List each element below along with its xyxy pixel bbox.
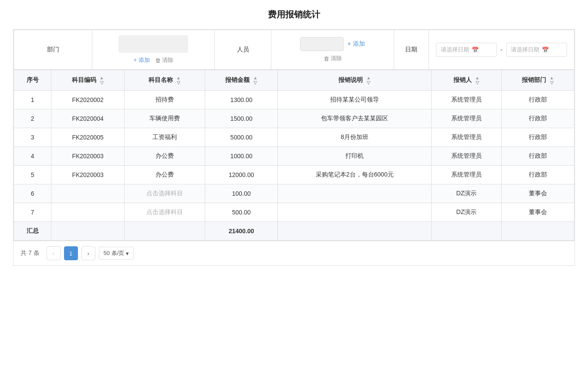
- table-row: 4FK2020003办公费1000.00打印机系统管理员行政部: [14, 147, 574, 166]
- cell-3-5: 系统管理员: [432, 147, 502, 166]
- chevron-down-icon: ▾: [126, 250, 129, 257]
- cell-0-4: 招待某某公司领导: [278, 91, 432, 109]
- calendar-icon-start: 📅: [472, 47, 479, 53]
- table-row: 2FK2020004车辆使用费1500.00包车带领客户去某某园区系统管理员行政…: [14, 109, 574, 128]
- cell-5-2: 点击选择科目: [124, 184, 205, 203]
- cell-1-5: 系统管理员: [432, 109, 502, 128]
- next-page-button[interactable]: ›: [81, 246, 95, 260]
- table-header-row: 序号 科目编码 ▲▽ 科目名称 ▲▽: [14, 70, 574, 91]
- page-size-select[interactable]: 50 条/页 ▾: [99, 247, 134, 260]
- cell-0-5: 系统管理员: [432, 91, 502, 109]
- person-clear-button[interactable]: 🗑 清除: [324, 54, 342, 62]
- date-end-placeholder: 请选择日期: [511, 46, 539, 54]
- cell-2-0: 3: [14, 128, 51, 147]
- cell-3-3: 1000.00: [205, 147, 278, 166]
- footer-desc: [278, 222, 432, 241]
- date-label-cell: 日期: [394, 30, 429, 69]
- cell-3-6: 行政部: [501, 147, 574, 166]
- sort-icon-name[interactable]: ▲▽: [176, 75, 181, 85]
- date-start-input[interactable]: 请选择日期 📅: [436, 43, 497, 57]
- date-separator: -: [500, 46, 503, 54]
- cell-6-0: 7: [14, 203, 51, 222]
- cell-4-4: 采购笔记本2台，每台6000元: [278, 166, 432, 184]
- cell-5-5: DZ演示: [432, 184, 502, 203]
- dept-add-button[interactable]: + 添加: [134, 56, 150, 64]
- th-amount: 报销金额 ▲▽: [205, 70, 278, 91]
- cell-4-6: 行政部: [501, 166, 574, 184]
- sort-icon-dept[interactable]: ▲▽: [550, 75, 554, 85]
- cell-4-1: FK2020003: [51, 166, 124, 184]
- person-input-box[interactable]: [300, 37, 344, 51]
- cell-0-1: FK2020002: [51, 91, 124, 109]
- cell-1-6: 行政部: [501, 109, 574, 128]
- footer-person: [432, 222, 502, 241]
- table-row: 6点击选择科目100.00DZ演示董事会: [14, 184, 574, 203]
- cell-0-0: 1: [14, 91, 51, 109]
- th-code: 科目编码 ▲▽: [51, 70, 124, 91]
- cell-5-4: [278, 184, 432, 203]
- sort-icon-amount[interactable]: ▲▽: [253, 75, 257, 85]
- cell-4-0: 5: [14, 166, 51, 184]
- table-row: 7点击选择科目500.00DZ演示董事会: [14, 203, 574, 222]
- date-start-placeholder: 请选择日期: [441, 46, 469, 54]
- trash-icon-person: 🗑: [324, 55, 329, 62]
- cell-1-1: FK2020004: [51, 109, 124, 128]
- prev-page-button[interactable]: ‹: [47, 246, 61, 260]
- table-footer: 汇总 21400.00: [14, 222, 574, 241]
- cell-1-0: 2: [14, 109, 51, 128]
- data-table: 序号 科目编码 ▲▽ 科目名称 ▲▽: [14, 70, 574, 241]
- sort-icon-desc[interactable]: ▲▽: [366, 75, 371, 85]
- page-1-button[interactable]: 1: [64, 246, 78, 260]
- cell-5-0: 6: [14, 184, 51, 203]
- sort-icon-code[interactable]: ▲▽: [100, 75, 104, 85]
- person-add-button[interactable]: + 添加: [347, 40, 365, 48]
- pagination-bar: 共 7 条 ‹ 1 › 50 条/页 ▾: [13, 241, 575, 266]
- cell-2-3: 5000.00: [205, 128, 278, 147]
- cell-6-1: [51, 203, 124, 222]
- th-dept: 报销部门 ▲▽: [501, 70, 574, 91]
- trash-icon: 🗑: [155, 57, 161, 64]
- table-row: 1FK2020002招待费1300.00招待某某公司领导系统管理员行政部: [14, 91, 574, 109]
- table-row: 5FK2020003办公费12000.00采购笔记本2台，每台6000元系统管理…: [14, 166, 574, 184]
- cell-6-3: 500.00: [205, 203, 278, 222]
- footer-dept: [501, 222, 574, 241]
- page-size-label: 50 条/页: [104, 249, 125, 257]
- dept-clear-button[interactable]: 🗑 清除: [155, 56, 173, 64]
- th-desc: 报销说明 ▲▽: [278, 70, 432, 91]
- sort-icon-person[interactable]: ▲▽: [475, 75, 480, 85]
- cell-0-3: 1300.00: [205, 91, 278, 109]
- cell-3-2: 办公费: [124, 147, 205, 166]
- person-input-cell: + 添加 🗑 清除: [271, 30, 394, 69]
- table-body: 1FK2020002招待费1300.00招待某某公司领导系统管理员行政部2FK2…: [14, 91, 574, 222]
- person-label-cell: 人员: [215, 30, 271, 69]
- page-title: 费用报销统计: [13, 9, 575, 20]
- date-label: 日期: [405, 46, 417, 54]
- dept-tag-box[interactable]: [118, 35, 188, 53]
- cell-5-1: [51, 184, 124, 203]
- cell-2-1: FK2020005: [51, 128, 124, 147]
- cell-1-2: 车辆使用费: [124, 109, 205, 128]
- th-person: 报销人 ▲▽: [432, 70, 502, 91]
- date-end-input[interactable]: 请选择日期 📅: [506, 43, 567, 57]
- cell-6-5: DZ演示: [432, 203, 502, 222]
- cell-6-2: 点击选择科目: [124, 203, 205, 222]
- cell-3-4: 打印机: [278, 147, 432, 166]
- cell-6-4: [278, 203, 432, 222]
- th-seq: 序号: [14, 70, 51, 91]
- footer-amount: 21400.00: [205, 222, 278, 241]
- table-footer-row: 汇总 21400.00: [14, 222, 574, 241]
- filter-area: 部门 + 添加 🗑 清除 人员: [14, 30, 574, 70]
- cell-4-2: 办公费: [124, 166, 205, 184]
- cell-0-6: 行政部: [501, 91, 574, 109]
- cell-2-2: 工资福利: [124, 128, 205, 147]
- cell-5-3: 100.00: [205, 184, 278, 203]
- person-label: 人员: [237, 46, 249, 54]
- cell-3-0: 4: [14, 147, 51, 166]
- cell-1-3: 1500.00: [205, 109, 278, 128]
- cell-0-2: 招待费: [124, 91, 205, 109]
- dept-label-cell: 部门: [14, 30, 92, 69]
- footer-name: [124, 222, 205, 241]
- table-row: 3FK2020005工资福利5000.008月份加班系统管理员行政部: [14, 128, 574, 147]
- cell-4-3: 12000.00: [205, 166, 278, 184]
- cell-1-4: 包车带领客户去某某园区: [278, 109, 432, 128]
